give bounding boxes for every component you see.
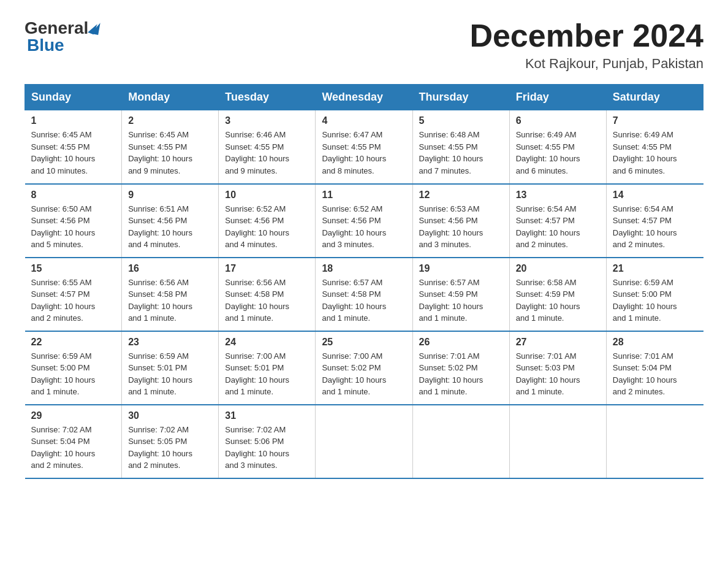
calendar-week-row: 29 Sunrise: 7:02 AMSunset: 5:04 PMDaylig… <box>25 405 703 478</box>
table-row <box>509 405 606 478</box>
day-info: Sunrise: 6:49 AMSunset: 4:55 PMDaylight:… <box>613 130 677 175</box>
day-info: Sunrise: 6:57 AMSunset: 4:58 PMDaylight:… <box>322 278 386 323</box>
table-row: 22 Sunrise: 6:59 AMSunset: 5:00 PMDaylig… <box>25 331 122 405</box>
day-info: Sunrise: 6:56 AMSunset: 4:58 PMDaylight:… <box>128 278 192 323</box>
day-info: Sunrise: 6:54 AMSunset: 4:57 PMDaylight:… <box>613 204 677 250</box>
day-info: Sunrise: 6:59 AMSunset: 5:00 PMDaylight:… <box>613 278 677 323</box>
table-row: 30 Sunrise: 7:02 AMSunset: 5:05 PMDaylig… <box>122 405 219 478</box>
day-number: 25 <box>322 337 406 348</box>
table-row <box>606 405 703 478</box>
day-info: Sunrise: 6:45 AMSunset: 4:55 PMDaylight:… <box>31 130 96 175</box>
day-info: Sunrise: 6:50 AMSunset: 4:56 PMDaylight:… <box>31 204 96 250</box>
col-sunday: Sunday <box>25 85 122 110</box>
day-number: 17 <box>225 263 309 274</box>
day-info: Sunrise: 6:56 AMSunset: 4:58 PMDaylight:… <box>225 278 289 323</box>
day-number: 23 <box>128 337 212 348</box>
table-row: 19 Sunrise: 6:57 AMSunset: 4:59 PMDaylig… <box>412 258 509 331</box>
calendar-week-row: 15 Sunrise: 6:55 AMSunset: 4:57 PMDaylig… <box>25 258 703 331</box>
table-row: 21 Sunrise: 6:59 AMSunset: 5:00 PMDaylig… <box>606 258 703 331</box>
table-row: 12 Sunrise: 6:53 AMSunset: 4:56 PMDaylig… <box>412 184 509 258</box>
table-row: 29 Sunrise: 7:02 AMSunset: 5:04 PMDaylig… <box>25 405 122 478</box>
page-header: General Blue December 2024 Kot Rajkour, … <box>25 18 703 72</box>
table-row: 3 Sunrise: 6:46 AMSunset: 4:55 PMDayligh… <box>219 110 316 184</box>
day-number: 24 <box>225 337 309 348</box>
table-row: 15 Sunrise: 6:55 AMSunset: 4:57 PMDaylig… <box>25 258 122 331</box>
day-number: 31 <box>225 410 309 421</box>
day-number: 20 <box>516 263 600 274</box>
day-number: 13 <box>516 190 600 201</box>
day-number: 12 <box>419 190 503 201</box>
table-row: 24 Sunrise: 7:00 AMSunset: 5:01 PMDaylig… <box>219 331 316 405</box>
day-info: Sunrise: 6:58 AMSunset: 4:59 PMDaylight:… <box>516 278 580 323</box>
day-number: 29 <box>31 410 116 421</box>
day-number: 8 <box>31 190 116 201</box>
table-row: 17 Sunrise: 6:56 AMSunset: 4:58 PMDaylig… <box>219 258 316 331</box>
day-number: 7 <box>613 115 697 126</box>
table-row: 16 Sunrise: 6:56 AMSunset: 4:58 PMDaylig… <box>122 258 219 331</box>
day-number: 11 <box>322 190 406 201</box>
table-row: 2 Sunrise: 6:45 AMSunset: 4:55 PMDayligh… <box>122 110 219 184</box>
day-number: 1 <box>31 115 116 126</box>
calendar-week-row: 8 Sunrise: 6:50 AMSunset: 4:56 PMDayligh… <box>25 184 703 258</box>
day-number: 2 <box>128 115 212 126</box>
col-friday: Friday <box>509 85 606 110</box>
table-row: 28 Sunrise: 7:01 AMSunset: 5:04 PMDaylig… <box>606 331 703 405</box>
day-info: Sunrise: 6:47 AMSunset: 4:55 PMDaylight:… <box>322 130 386 175</box>
col-wednesday: Wednesday <box>316 85 412 110</box>
logo-blue-text: Blue <box>25 36 64 55</box>
col-monday: Monday <box>122 85 219 110</box>
day-number: 15 <box>31 263 116 274</box>
day-info: Sunrise: 6:45 AMSunset: 4:55 PMDaylight:… <box>128 130 192 175</box>
table-row <box>412 405 509 478</box>
title-area: December 2024 Kot Rajkour, Punjab, Pakis… <box>469 18 703 72</box>
table-row: 7 Sunrise: 6:49 AMSunset: 4:55 PMDayligh… <box>606 110 703 184</box>
logo: General Blue <box>25 18 99 55</box>
day-number: 6 <box>516 115 600 126</box>
day-number: 14 <box>613 190 697 201</box>
day-info: Sunrise: 6:52 AMSunset: 4:56 PMDaylight:… <box>322 204 386 250</box>
day-info: Sunrise: 6:46 AMSunset: 4:55 PMDaylight:… <box>225 130 289 175</box>
table-row: 23 Sunrise: 6:59 AMSunset: 5:01 PMDaylig… <box>122 331 219 405</box>
day-number: 28 <box>613 337 697 348</box>
calendar-header-row: Sunday Monday Tuesday Wednesday Thursday… <box>25 85 703 110</box>
calendar-week-row: 22 Sunrise: 6:59 AMSunset: 5:00 PMDaylig… <box>25 331 703 405</box>
table-row: 1 Sunrise: 6:45 AMSunset: 4:55 PMDayligh… <box>25 110 122 184</box>
day-info: Sunrise: 6:53 AMSunset: 4:56 PMDaylight:… <box>419 204 483 250</box>
day-number: 4 <box>322 115 406 126</box>
day-info: Sunrise: 7:01 AMSunset: 5:02 PMDaylight:… <box>419 351 483 397</box>
day-number: 3 <box>225 115 309 126</box>
table-row: 26 Sunrise: 7:01 AMSunset: 5:02 PMDaylig… <box>412 331 509 405</box>
day-info: Sunrise: 7:02 AMSunset: 5:04 PMDaylight:… <box>31 425 96 470</box>
day-info: Sunrise: 6:57 AMSunset: 4:59 PMDaylight:… <box>419 278 483 323</box>
table-row: 9 Sunrise: 6:51 AMSunset: 4:56 PMDayligh… <box>122 184 219 258</box>
table-row <box>316 405 412 478</box>
table-row: 13 Sunrise: 6:54 AMSunset: 4:57 PMDaylig… <box>509 184 606 258</box>
day-info: Sunrise: 6:59 AMSunset: 5:01 PMDaylight:… <box>128 351 192 397</box>
day-info: Sunrise: 6:48 AMSunset: 4:55 PMDaylight:… <box>419 130 483 175</box>
col-tuesday: Tuesday <box>219 85 316 110</box>
day-number: 9 <box>128 190 212 201</box>
day-info: Sunrise: 6:54 AMSunset: 4:57 PMDaylight:… <box>516 204 580 250</box>
table-row: 11 Sunrise: 6:52 AMSunset: 4:56 PMDaylig… <box>316 184 412 258</box>
table-row: 25 Sunrise: 7:00 AMSunset: 5:02 PMDaylig… <box>316 331 412 405</box>
day-info: Sunrise: 7:02 AMSunset: 5:06 PMDaylight:… <box>225 425 289 470</box>
table-row: 27 Sunrise: 7:01 AMSunset: 5:03 PMDaylig… <box>509 331 606 405</box>
table-row: 6 Sunrise: 6:49 AMSunset: 4:55 PMDayligh… <box>509 110 606 184</box>
table-row: 31 Sunrise: 7:02 AMSunset: 5:06 PMDaylig… <box>219 405 316 478</box>
day-number: 5 <box>419 115 503 126</box>
day-info: Sunrise: 7:01 AMSunset: 5:03 PMDaylight:… <box>516 351 580 397</box>
day-number: 26 <box>419 337 503 348</box>
day-number: 21 <box>613 263 697 274</box>
col-thursday: Thursday <box>412 85 509 110</box>
main-title: December 2024 <box>469 18 703 53</box>
table-row: 4 Sunrise: 6:47 AMSunset: 4:55 PMDayligh… <box>316 110 412 184</box>
day-info: Sunrise: 7:01 AMSunset: 5:04 PMDaylight:… <box>613 351 677 397</box>
calendar-week-row: 1 Sunrise: 6:45 AMSunset: 4:55 PMDayligh… <box>25 110 703 184</box>
day-number: 30 <box>128 410 212 421</box>
table-row: 20 Sunrise: 6:58 AMSunset: 4:59 PMDaylig… <box>509 258 606 331</box>
day-info: Sunrise: 6:52 AMSunset: 4:56 PMDaylight:… <box>225 204 289 250</box>
day-number: 27 <box>516 337 600 348</box>
day-number: 10 <box>225 190 309 201</box>
day-number: 16 <box>128 263 212 274</box>
table-row: 8 Sunrise: 6:50 AMSunset: 4:56 PMDayligh… <box>25 184 122 258</box>
